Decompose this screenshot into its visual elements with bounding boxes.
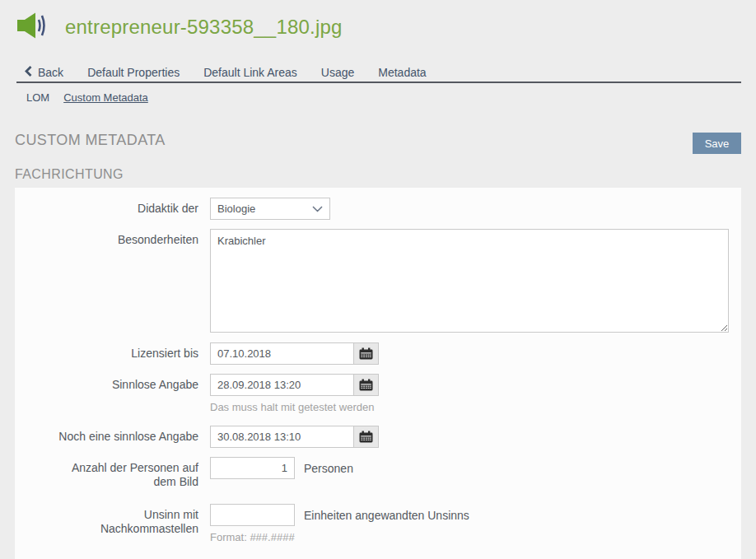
didaktik-select[interactable]: Biologie [210,198,330,220]
calendar-icon[interactable] [353,342,379,365]
toolbar-nav: Back Default Properties Default Link Are… [25,66,427,79]
field-label: Anzahl der Personen auf dem Bild [15,457,210,489]
group-title-fachrichtung: FACHRICHTUNG [15,167,124,182]
field-label: Lizensiert bis [15,342,210,365]
field-helper-text: Das muss halt mit getestet werden [210,401,379,413]
field-unit-label: Personen [304,462,353,475]
field-format-hint: Format: ###.#### [210,531,469,543]
asset-header: entrepreneur-593358__180.jpg [16,12,343,43]
nav-default-link-areas[interactable]: Default Link Areas [203,66,297,79]
lizensiert-bis-input[interactable] [210,342,354,365]
nav-divider [16,82,741,83]
form-row-noch-eine-sinnlose-angabe: Noch eine sinnlose Angabe [15,426,741,448]
breadcrumb: LOM Custom Metadata [26,91,148,104]
anzahl-personen-input[interactable] [210,457,295,479]
field-label: Sinnlose Angabe [15,374,210,413]
chevron-left-icon [25,66,32,79]
field-label: Noch eine sinnlose Angabe [15,426,210,448]
tab-lom[interactable]: LOM [26,91,49,104]
besonderheiten-textarea[interactable]: Krabichler [210,229,729,333]
form-row-anzahl-personen: Anzahl der Personen auf dem Bild Persone… [15,457,741,489]
form-row-unsinn-nachkommastellen: Unsinn mit Nachkommastellen Einheiten an… [15,504,741,543]
form-row-sinnlose-angabe: Sinnlose Angabe Da [15,374,741,413]
calendar-icon[interactable] [353,426,379,448]
chevron-down-icon [312,203,323,215]
speaker-volume-icon [16,12,49,43]
nav-default-properties[interactable]: Default Properties [87,66,180,79]
nav-metadata[interactable]: Metadata [378,66,426,79]
page-title: entrepreneur-593358__180.jpg [65,16,343,39]
calendar-icon[interactable] [353,374,379,396]
form-row-didaktik: Didaktik der Biologie [15,198,741,220]
sinnlose-angabe-input[interactable] [210,374,354,396]
noch-eine-sinnlose-angabe-input[interactable] [210,426,354,448]
field-label: Didaktik der [15,198,210,220]
unsinn-nachkommastellen-input[interactable] [210,504,295,526]
nav-usage[interactable]: Usage [321,66,354,79]
field-label: Besonderheiten [15,229,210,333]
custom-metadata-form: Didaktik der Biologie Besonderheiten Kra… [15,188,741,559]
save-button[interactable]: Save [693,133,741,154]
section-title: CUSTOM METADATA [15,132,166,149]
tab-custom-metadata[interactable]: Custom Metadata [63,91,148,104]
form-row-lizensiert-bis: Lizensiert bis [15,342,741,365]
form-row-besonderheiten: Besonderheiten Krabichler [15,229,741,333]
didaktik-selected-value: Biologie [217,203,255,215]
field-unit-label: Einheiten angewandten Unsinns [304,509,469,522]
back-button[interactable]: Back [25,66,63,79]
field-label: Unsinn mit Nachkommastellen [15,504,210,543]
